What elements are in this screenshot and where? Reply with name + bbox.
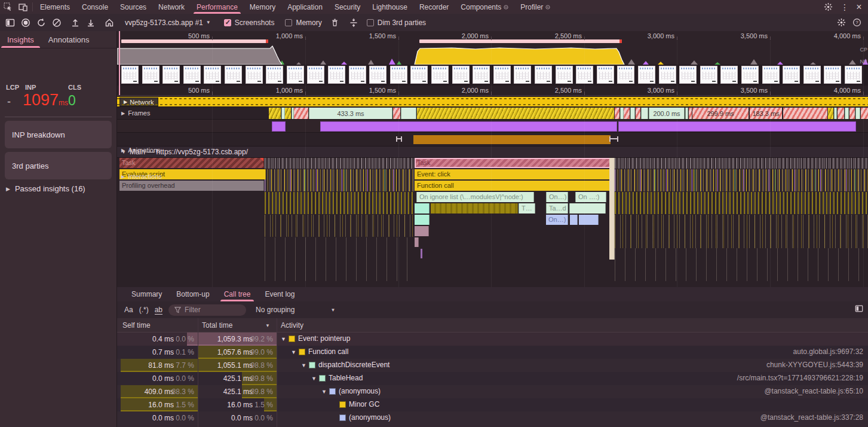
filmstrip[interactable] <box>117 65 868 86</box>
filmstrip-screenshot[interactable] <box>410 66 428 84</box>
frame-segment[interactable] <box>834 108 837 119</box>
frame-segment[interactable] <box>838 108 844 119</box>
filmstrip-screenshot[interactable] <box>514 66 531 84</box>
tab-console[interactable]: Console <box>76 0 114 14</box>
filmstrip-screenshot[interactable] <box>535 66 552 84</box>
flame-bar[interactable] <box>415 203 430 214</box>
whole-word-toggle[interactable]: ab <box>155 306 162 315</box>
checkbox-box[interactable] <box>285 19 292 26</box>
flame-bar-on[interactable]: On…) <box>546 215 568 225</box>
frame-segment-2999ms[interactable]: 299.9 ms <box>692 108 749 119</box>
network-track-chip[interactable]: ▶ Network <box>119 97 158 106</box>
flame-activity-texture[interactable] <box>265 158 415 169</box>
filmstrip-screenshot[interactable] <box>493 66 511 84</box>
frame-segment[interactable] <box>636 108 640 119</box>
column-divider[interactable] <box>198 318 198 427</box>
flame-bar-t[interactable]: T… <box>519 203 535 214</box>
frame-segment[interactable] <box>624 108 630 119</box>
filmstrip-screenshot[interactable] <box>142 66 160 84</box>
flame-bar-on[interactable]: On …:) <box>575 192 606 202</box>
inspect-element-icon[interactable] <box>0 0 16 14</box>
tab-memory[interactable]: Memory <box>244 0 281 14</box>
source-location-link[interactable]: /src/main.tsx?t=1771493796621:228:19 <box>737 374 863 382</box>
frame-segment[interactable] <box>849 108 855 119</box>
animation-bar[interactable] <box>320 121 617 132</box>
details-tab-bottom-up[interactable]: Bottom-up <box>169 287 216 301</box>
flame-activity-texture[interactable] <box>615 248 868 281</box>
flame-bar-task[interactable]: Task <box>119 158 264 168</box>
filmstrip-screenshot[interactable] <box>246 66 263 84</box>
insight-card-inp-breakdown[interactable]: INP breakdown <box>5 121 112 148</box>
reload-record-icon[interactable] <box>33 16 49 30</box>
flame-bar-functioncall[interactable]: Function call <box>415 181 613 191</box>
flame-activity-texture[interactable] <box>615 158 868 169</box>
selection-handle[interactable] <box>119 31 120 95</box>
filmstrip-screenshot[interactable] <box>597 66 614 84</box>
help-icon[interactable]: ? <box>849 16 864 30</box>
source-location-link[interactable]: @tanstack_react-table.js:65:10 <box>764 387 863 395</box>
details-tab-event-log[interactable]: Event log <box>257 287 302 301</box>
flame-bar[interactable] <box>421 249 422 258</box>
checkbox-box[interactable] <box>224 19 231 26</box>
flame-activity-texture[interactable] <box>265 215 415 237</box>
animation-bar[interactable] <box>618 121 856 132</box>
sidebar-tab-insights[interactable]: Insights <box>0 31 41 48</box>
expand-arrow-icon[interactable]: ▼ <box>321 389 327 395</box>
filmstrip-screenshot[interactable] <box>225 66 242 84</box>
home-icon[interactable] <box>102 16 117 30</box>
table-row-anonymous[interactable]: 0.0 ms0.0 %0.0 ms0.0 %(anonymous)@tansta… <box>117 411 868 425</box>
filmstrip-screenshot[interactable] <box>266 66 283 84</box>
details-tab-summary[interactable]: Summary <box>124 287 169 301</box>
frame-segment[interactable] <box>401 108 416 119</box>
record-icon[interactable] <box>18 16 33 30</box>
table-row-anonymous[interactable]: 409.0 ms38.3 %425.1 ms39.8 %▼(anonymous)… <box>117 385 868 398</box>
filmstrip-screenshot[interactable] <box>328 66 345 84</box>
frame-segment[interactable] <box>393 108 400 119</box>
frame-segment[interactable] <box>845 108 849 119</box>
tab-components[interactable]: Components <box>455 0 514 14</box>
checkbox-dim-3rd-parties[interactable]: Dim 3rd parties <box>361 19 431 27</box>
filmstrip-screenshot[interactable] <box>183 66 201 84</box>
filmstrip-screenshot[interactable] <box>720 66 738 84</box>
filmstrip-screenshot[interactable] <box>431 66 449 84</box>
target-selector-dropdown[interactable]: vvp5zg-5173.csb.app #1 ▼ <box>120 19 216 27</box>
expand-arrow-icon[interactable]: ▼ <box>311 376 317 382</box>
frame-segment-2000ms[interactable]: 200.0 ms <box>649 108 685 119</box>
filmstrip-screenshot[interactable] <box>307 66 324 84</box>
filmstrip-screenshot[interactable] <box>762 66 780 84</box>
performance-settings-gear-icon[interactable] <box>833 16 849 30</box>
flame-bar[interactable] <box>415 215 430 225</box>
frames-track[interactable]: ▶Frames 433.3 ms200.0 ms299.9 ms183.3 ms <box>117 107 868 120</box>
expand-arrow-icon[interactable]: ▼ <box>301 362 306 368</box>
filmstrip-screenshot[interactable] <box>349 66 366 84</box>
source-location-link[interactable]: auto.global.js:9697:32 <box>793 347 863 356</box>
frame-segment-1833ms[interactable]: 183.3 ms <box>750 108 782 119</box>
close-icon[interactable]: × <box>852 2 866 13</box>
flame-bar[interactable] <box>415 226 429 236</box>
frame-segment[interactable] <box>685 108 688 119</box>
filmstrip-screenshot[interactable] <box>845 66 862 84</box>
flame-bar-onignorelistmodulesvnode[interactable]: On ignore list (\…modulesV|^node:) <box>416 192 534 202</box>
checkbox-box[interactable] <box>367 19 374 26</box>
frame-segment[interactable] <box>269 108 281 119</box>
column-header-total-time[interactable]: Total time <box>202 318 232 333</box>
details-tab-call-tree[interactable]: Call tree <box>217 287 258 301</box>
frame-segment[interactable] <box>828 108 833 119</box>
filmstrip-screenshot[interactable] <box>803 66 821 84</box>
source-location-link[interactable]: @tanstack_react-table.js:337:28 <box>760 413 863 422</box>
filmstrip-screenshot[interactable] <box>452 66 470 84</box>
flame-activity-texture[interactable] <box>265 237 415 281</box>
match-case-toggle[interactable]: Aa <box>124 306 133 314</box>
table-row-tablehead[interactable]: 0.0 ms0.0 %425.1 ms39.8 %▼TableHead/src/… <box>117 372 868 385</box>
tab-application[interactable]: Application <box>281 0 329 14</box>
filmstrip-screenshot[interactable] <box>473 66 490 84</box>
flame-bar[interactable] <box>431 203 518 214</box>
toggle-sidebar-icon[interactable] <box>2 16 18 30</box>
filmstrip-screenshot[interactable] <box>679 66 697 84</box>
garbage-collect-icon[interactable] <box>327 16 343 30</box>
flame-activity-texture[interactable] <box>615 215 868 248</box>
filmstrip-screenshot[interactable] <box>162 66 180 84</box>
flame-bar[interactable] <box>579 215 599 225</box>
filmstrip-screenshot[interactable] <box>700 66 717 84</box>
animation-bar[interactable] <box>272 121 286 132</box>
